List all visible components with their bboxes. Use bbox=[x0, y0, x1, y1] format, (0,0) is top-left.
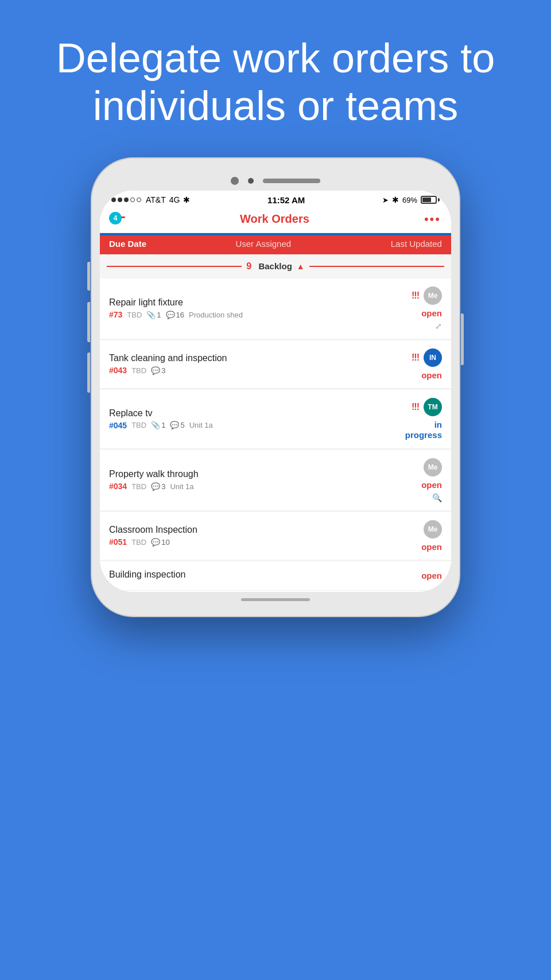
card-due: TBD bbox=[131, 421, 146, 429]
card-id: #045 bbox=[109, 421, 127, 430]
card-due: TBD bbox=[127, 311, 142, 319]
side-button-power bbox=[461, 313, 464, 365]
card-link-icon: ⤢ bbox=[435, 321, 442, 331]
card-content-left: Tank cleaning and inspection #043 TBD 💬 … bbox=[109, 353, 373, 375]
more-menu-button[interactable]: ••• bbox=[424, 212, 441, 227]
card-comments: 💬 3 bbox=[151, 366, 165, 375]
earpiece-speaker bbox=[263, 179, 320, 183]
page-background: Delegate work orders to individuals or t… bbox=[0, 0, 551, 616]
status-bar-right: ➤ ✱ 69% bbox=[382, 195, 440, 204]
col-user-assigned: User Assigned bbox=[235, 239, 348, 249]
card-content-right: Me open 🔍 bbox=[373, 458, 442, 502]
backlog-expand-icon[interactable]: ▲ bbox=[297, 262, 305, 271]
card-search-icon: 🔍 bbox=[432, 493, 442, 502]
status-bar-left: AT&T 4G ✱ bbox=[111, 195, 190, 204]
priority-icon: !!! bbox=[412, 402, 419, 412]
backlog-row[interactable]: 9 Backlog ▲ bbox=[100, 254, 451, 278]
status-bar: AT&T 4G ✱ 11:52 AM ➤ ✱ 69% bbox=[100, 191, 451, 207]
front-camera bbox=[231, 177, 239, 185]
side-button-silent bbox=[87, 262, 90, 290]
card-due: TBD bbox=[131, 482, 146, 491]
table-header: Due Date User Assigned Last Updated bbox=[100, 233, 451, 254]
signal-dot-3 bbox=[124, 197, 129, 202]
card-attachments: 📎 1 bbox=[151, 421, 165, 429]
battery-percent: 69% bbox=[402, 196, 417, 204]
backlog-line-right bbox=[309, 266, 444, 267]
work-order-card[interactable]: Replace tv #045 TBD 📎 1 💬 5 Unit 1a bbox=[100, 390, 451, 449]
network-activity: ✱ bbox=[183, 195, 190, 204]
card-meta: #73 TBD 📎 1 💬 16 Production shed bbox=[109, 310, 373, 319]
signal-dot-5 bbox=[137, 197, 141, 202]
card-status-row: Me bbox=[424, 520, 442, 539]
card-status: inprogress bbox=[405, 420, 442, 440]
notification-badge: 4 bbox=[109, 212, 122, 224]
card-comments: 💬 16 bbox=[166, 311, 184, 319]
work-order-card[interactable]: Classroom Inspection #051 TBD 💬 10 Me bbox=[100, 512, 451, 560]
card-title: Tank cleaning and inspection bbox=[109, 353, 373, 363]
card-title: Replace tv bbox=[109, 408, 373, 419]
card-content-left: Building inspection bbox=[109, 570, 373, 582]
card-attachments: 📎 1 bbox=[146, 311, 161, 319]
card-title: Classroom Inspection bbox=[109, 525, 373, 535]
card-meta: #043 TBD 💬 3 bbox=[109, 366, 373, 375]
card-title: Property walk through bbox=[109, 469, 373, 479]
app-header: 4 Work Orders ••• bbox=[100, 207, 451, 233]
side-button-volume-up bbox=[87, 302, 90, 342]
assignee-avatar: Me bbox=[424, 520, 442, 539]
battery-fill bbox=[422, 197, 431, 202]
battery-icon bbox=[421, 196, 440, 204]
work-order-card[interactable]: Property walk through #034 TBD 💬 3 Unit … bbox=[100, 450, 451, 511]
time-display: 11:52 AM bbox=[267, 195, 305, 205]
card-content-left: Property walk through #034 TBD 💬 3 Unit … bbox=[109, 469, 373, 491]
card-status-row: !!! Me bbox=[412, 286, 442, 305]
home-indicator bbox=[241, 598, 310, 601]
phone-bottom-bar bbox=[100, 592, 451, 608]
signal-strength bbox=[111, 197, 141, 202]
header-left[interactable]: 4 bbox=[110, 216, 125, 222]
card-status: open bbox=[421, 542, 442, 552]
card-location: Unit 1a bbox=[170, 482, 193, 491]
signal-dot-1 bbox=[111, 197, 116, 202]
signal-dot-4 bbox=[130, 197, 135, 202]
assignee-avatar: IN bbox=[424, 348, 442, 367]
card-content-right: !!! TM inprogress bbox=[373, 398, 442, 440]
card-location: Unit 1a bbox=[189, 421, 213, 429]
work-order-card[interactable]: Repair light fixture #73 TBD 📎 1 💬 16 Pr… bbox=[100, 278, 451, 339]
col-due-date: Due Date bbox=[109, 239, 235, 249]
network-type: 4G bbox=[169, 195, 180, 204]
card-title: Building inspection bbox=[109, 570, 373, 580]
work-order-card[interactable]: Building inspection open bbox=[100, 561, 451, 591]
card-status: open bbox=[421, 370, 442, 380]
card-status-row: !!! TM bbox=[412, 398, 442, 416]
card-comments: 💬 10 bbox=[151, 538, 169, 547]
backlog-label: Backlog bbox=[256, 261, 292, 271]
card-id: #043 bbox=[109, 366, 127, 375]
priority-icon: !!! bbox=[412, 353, 419, 363]
assignee-avatar: Me bbox=[424, 458, 442, 477]
menu-badge[interactable]: 4 bbox=[110, 216, 125, 222]
bluetooth-icon: ✱ bbox=[392, 195, 399, 204]
assignee-avatar: TM bbox=[424, 398, 442, 416]
app-title: Work Orders bbox=[240, 212, 309, 226]
card-comments: 💬 3 bbox=[151, 482, 165, 491]
carrier-label: AT&T bbox=[146, 195, 166, 204]
card-meta: #051 TBD 💬 10 bbox=[109, 537, 373, 547]
card-id: #034 bbox=[109, 482, 127, 491]
card-status: open bbox=[421, 571, 442, 580]
card-content-left: Classroom Inspection #051 TBD 💬 10 bbox=[109, 525, 373, 547]
phone-top-bar bbox=[100, 166, 451, 191]
card-content-right: Me open bbox=[373, 520, 442, 552]
card-status-row: !!! IN bbox=[412, 348, 442, 367]
card-content-right: !!! Me open ⤢ bbox=[373, 286, 442, 331]
card-status: open bbox=[421, 308, 442, 318]
work-order-card[interactable]: Tank cleaning and inspection #043 TBD 💬 … bbox=[100, 340, 451, 389]
card-id: #73 bbox=[109, 310, 122, 319]
work-order-list: Repair light fixture #73 TBD 📎 1 💬 16 Pr… bbox=[100, 278, 451, 591]
card-id: #051 bbox=[109, 537, 127, 547]
card-location: Production shed bbox=[189, 311, 243, 319]
card-comments: 💬 5 bbox=[170, 421, 184, 429]
hero-text: Delegate work orders to individuals or t… bbox=[0, 0, 551, 153]
backlog-line-left bbox=[107, 266, 242, 267]
card-title: Repair light fixture bbox=[109, 297, 373, 308]
priority-icon: !!! bbox=[412, 290, 419, 301]
